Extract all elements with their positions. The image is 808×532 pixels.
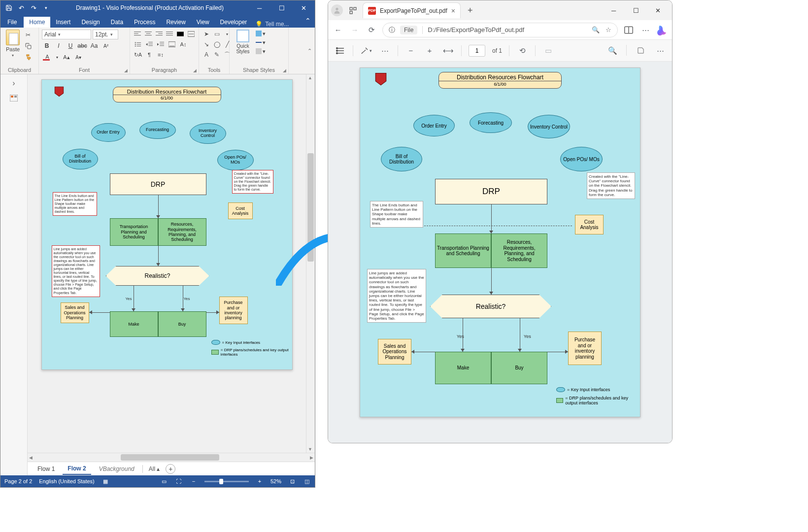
- copy-icon[interactable]: [24, 41, 33, 50]
- zoom-out-pdf-icon[interactable]: −: [405, 45, 417, 57]
- font-color-button[interactable]: A: [42, 52, 53, 61]
- minimize-button[interactable]: ─: [248, 0, 270, 15]
- zoom-addr-icon[interactable]: 🔍: [592, 26, 600, 33]
- page-indicator[interactable]: Page 2 of 2: [4, 478, 32, 484]
- draw-icon[interactable]: ▾: [360, 45, 372, 57]
- split-screen-icon[interactable]: [623, 24, 635, 36]
- presentation-mode-icon[interactable]: ▭: [160, 477, 168, 485]
- font-dialog-icon[interactable]: ◢: [124, 68, 128, 73]
- favorite-icon[interactable]: ☆: [606, 26, 611, 33]
- menu-icon[interactable]: ⋯: [640, 24, 651, 36]
- tab-design[interactable]: Design: [76, 17, 105, 28]
- tab-process[interactable]: Process: [129, 17, 161, 28]
- site-info-icon[interactable]: ⓘ: [389, 26, 395, 34]
- text-tool-icon[interactable]: A: [202, 50, 211, 59]
- pdf-more-icon[interactable]: ⋯: [379, 45, 391, 57]
- tell-me-search[interactable]: 💡 Tell me...: [255, 21, 289, 28]
- shrink-font-button[interactable]: A▾: [73, 52, 83, 62]
- v-scroll-thumb[interactable]: [307, 153, 314, 262]
- bold-button[interactable]: B: [42, 41, 52, 51]
- refresh-icon[interactable]: ⟳: [366, 24, 377, 36]
- pointer-tool-icon[interactable]: ➤: [202, 30, 211, 38]
- para-spacing-button[interactable]: ≡↕: [156, 50, 166, 59]
- connector-tool-icon[interactable]: ↘: [202, 40, 211, 49]
- align-left-button[interactable]: [133, 30, 142, 38]
- language-indicator[interactable]: English (United States): [39, 478, 95, 484]
- redo-icon[interactable]: ↷: [28, 2, 39, 13]
- edge-minimize-button[interactable]: ─: [603, 1, 625, 20]
- effects-button[interactable]: ▾: [256, 47, 270, 55]
- page-tab-flow1[interactable]: Flow 1: [33, 464, 60, 474]
- valign-mid-button[interactable]: [186, 30, 196, 38]
- zoom-in-icon[interactable]: +: [256, 477, 264, 485]
- grow-font-button[interactable]: A▴: [62, 52, 71, 62]
- save-icon[interactable]: [3, 2, 14, 13]
- ellipse-tool-icon[interactable]: ◯: [212, 40, 221, 49]
- align-justify-button[interactable]: [165, 30, 174, 38]
- cut-icon[interactable]: ✂: [24, 31, 33, 39]
- valign-top-button[interactable]: [176, 30, 185, 38]
- font-color-dropdown-icon[interactable]: ▾: [55, 52, 60, 62]
- para-dialog-icon[interactable]: ◢: [193, 68, 197, 73]
- expand-shapes-icon[interactable]: ›: [8, 78, 19, 88]
- maximize-button[interactable]: ☐: [270, 0, 293, 15]
- ss-dialog-icon[interactable]: ◢: [283, 68, 286, 73]
- horizontal-scrollbar[interactable]: ◀ ▶: [28, 453, 315, 462]
- page-tab-vbackground[interactable]: VBackground: [94, 464, 139, 474]
- copilot-icon[interactable]: [656, 24, 668, 36]
- super-sub-button[interactable]: A²: [101, 41, 111, 51]
- new-tab-button[interactable]: +: [465, 5, 476, 16]
- text-direction-button[interactable]: A↕: [178, 40, 188, 49]
- browser-tab[interactable]: PDF ExportPageToPdf_out.pdf ×: [363, 2, 461, 18]
- switch-windows-icon[interactable]: ◫: [303, 477, 311, 485]
- bullets-button[interactable]: [133, 40, 143, 49]
- quick-styles-button[interactable]: Quick Styles: [233, 30, 253, 54]
- font-size-combo[interactable]: 12pt.▾: [93, 30, 118, 39]
- forward-icon[interactable]: →: [349, 24, 361, 36]
- qat-dropdown-icon[interactable]: ▾: [40, 2, 51, 13]
- align-right-button[interactable]: [154, 30, 164, 38]
- h-scroll-thumb[interactable]: [121, 454, 219, 461]
- stencil-icon[interactable]: [8, 93, 19, 103]
- tab-insert[interactable]: Insert: [50, 17, 76, 28]
- tab-close-icon[interactable]: ×: [451, 7, 455, 15]
- strike-button[interactable]: abc: [77, 41, 87, 51]
- tab-data[interactable]: Data: [105, 17, 129, 28]
- fit-page-icon[interactable]: ⛶: [175, 477, 183, 485]
- zoom-slider[interactable]: [204, 481, 249, 482]
- close-button[interactable]: ✕: [293, 0, 315, 15]
- pdf-settings-icon[interactable]: ⋯: [654, 45, 666, 57]
- font-name-combo[interactable]: Arial▾: [42, 30, 91, 39]
- macro-record-icon[interactable]: ▦: [101, 477, 109, 485]
- tab-view[interactable]: View: [191, 17, 215, 28]
- format-painter-icon[interactable]: [24, 52, 33, 61]
- address-bar[interactable]: ⓘ File D:/Files/ExportPageToPdf_out.pdf …: [382, 23, 618, 37]
- line-button[interactable]: ▾: [256, 38, 270, 46]
- contents-icon[interactable]: [334, 45, 346, 57]
- profile-avatar-icon[interactable]: [331, 4, 343, 16]
- add-page-button[interactable]: +: [166, 464, 175, 474]
- para-mark-button[interactable]: ¶: [144, 50, 154, 59]
- edge-maximize-button[interactable]: ☐: [625, 1, 647, 20]
- valign-bottom-button[interactable]: [167, 40, 177, 49]
- italic-button[interactable]: I: [54, 41, 64, 51]
- rotate-icon[interactable]: ⟲: [516, 45, 528, 57]
- drawing-canvas[interactable]: Distribution Resources Flowchart 6/1/00 …: [28, 74, 306, 453]
- page-view-icon[interactable]: ▭: [542, 45, 554, 57]
- rotate-text-button[interactable]: ↻A: [133, 50, 143, 59]
- zoom-in-pdf-icon[interactable]: +: [424, 45, 436, 57]
- back-icon[interactable]: ←: [332, 24, 344, 36]
- ribbon-collapse-icon[interactable]: ⌃: [305, 17, 311, 25]
- undo-icon[interactable]: ↶: [16, 2, 27, 13]
- underline-button[interactable]: U: [66, 41, 75, 51]
- align-center-button[interactable]: [144, 30, 153, 38]
- pages-all-dropdown[interactable]: All ▴: [146, 466, 163, 472]
- ribbon-collapse-icon[interactable]: ⌃: [307, 48, 312, 54]
- save-pdf-icon[interactable]: [635, 45, 646, 57]
- tab-file[interactable]: File: [0, 17, 24, 28]
- fit-width-icon[interactable]: ⟷: [442, 45, 454, 57]
- fit-window-icon[interactable]: ⊡: [288, 477, 296, 485]
- indent-inc-button[interactable]: [156, 40, 166, 49]
- zoom-percent[interactable]: 52%: [270, 478, 281, 484]
- workspaces-icon[interactable]: [347, 4, 359, 16]
